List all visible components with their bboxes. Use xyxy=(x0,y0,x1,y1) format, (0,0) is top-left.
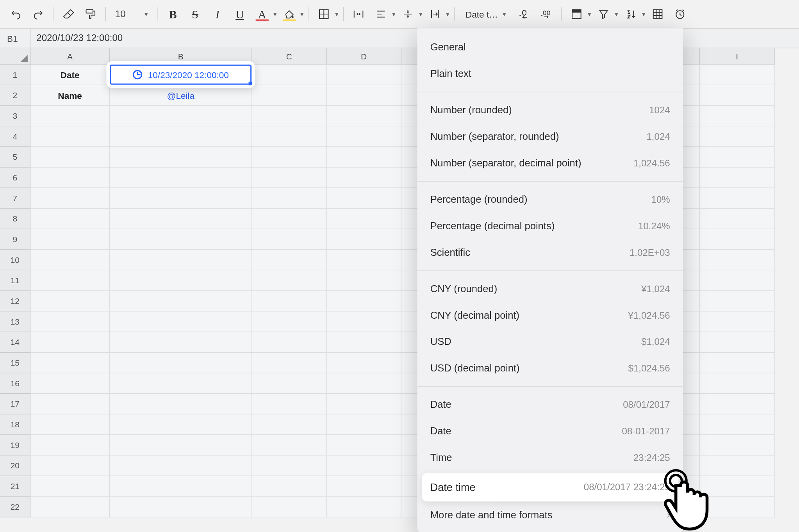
cell[interactable] xyxy=(327,106,401,127)
cell[interactable] xyxy=(110,229,252,250)
row-header[interactable]: 14 xyxy=(0,332,30,353)
cell[interactable] xyxy=(110,270,252,291)
cell[interactable] xyxy=(700,476,774,497)
cell[interactable] xyxy=(327,188,401,209)
cell[interactable] xyxy=(700,209,774,229)
row-header[interactable]: 22 xyxy=(0,497,30,518)
redo-button[interactable] xyxy=(28,4,48,24)
select-all-corner[interactable] xyxy=(0,48,30,64)
row-header[interactable]: 19 xyxy=(0,435,30,456)
cell-A2[interactable]: Name xyxy=(30,85,110,106)
cell[interactable] xyxy=(110,435,252,456)
cell[interactable] xyxy=(110,373,252,394)
menu-item[interactable]: Date08-01-2017 xyxy=(417,418,683,445)
sort-button[interactable]: ▾ xyxy=(621,4,645,24)
cell[interactable] xyxy=(30,127,110,147)
row-header[interactable]: 18 xyxy=(0,414,30,435)
cell-A1[interactable]: Date xyxy=(30,65,110,86)
row-header[interactable]: 9 xyxy=(0,229,30,250)
text-wrap-button[interactable]: ▾ xyxy=(425,4,449,24)
cell[interactable] xyxy=(327,353,401,373)
cell[interactable] xyxy=(30,168,110,188)
cell[interactable] xyxy=(252,229,327,250)
reminder-button[interactable] xyxy=(670,4,690,24)
cell[interactable] xyxy=(110,147,252,168)
v-align-button[interactable]: ▾ xyxy=(398,4,423,24)
formula-input[interactable]: 2020/10/23 12:00:00 xyxy=(30,33,799,43)
cell[interactable] xyxy=(110,188,252,209)
cell[interactable] xyxy=(30,147,110,168)
row-header[interactable]: 10 xyxy=(0,250,30,271)
cell[interactable] xyxy=(252,209,327,229)
cell[interactable] xyxy=(327,414,401,435)
cell[interactable] xyxy=(327,312,401,332)
cell[interactable] xyxy=(30,435,110,456)
menu-item-more-formats[interactable]: More date and time formats› xyxy=(417,504,683,527)
cell[interactable] xyxy=(252,127,327,147)
cell[interactable] xyxy=(110,476,252,497)
italic-button[interactable]: I xyxy=(207,4,227,24)
cell[interactable] xyxy=(700,106,774,127)
cell[interactable] xyxy=(700,229,774,250)
cell[interactable] xyxy=(252,414,327,435)
menu-item[interactable]: Number (rounded)1024 xyxy=(417,97,683,123)
borders-button[interactable]: ▾ xyxy=(314,4,339,24)
menu-item[interactable]: Time23:24:25 xyxy=(417,445,683,471)
cell[interactable] xyxy=(30,270,110,291)
cell-B1[interactable]: 10/23/2020 12:00:00 xyxy=(110,65,252,86)
row-header[interactable]: 6 xyxy=(0,168,30,188)
cell[interactable] xyxy=(327,332,401,353)
cell[interactable] xyxy=(327,168,401,188)
column-header[interactable]: C xyxy=(252,48,327,64)
cell[interactable] xyxy=(30,332,110,353)
cell[interactable] xyxy=(30,353,110,373)
menu-item[interactable]: USD$1,024 xyxy=(417,328,683,355)
menu-item[interactable]: Number (separator, decimal point)1,024.5… xyxy=(417,150,683,177)
cell[interactable] xyxy=(110,312,252,332)
cell[interactable] xyxy=(30,497,110,518)
cell[interactable] xyxy=(252,188,327,209)
menu-item[interactable]: Scientific1.02E+03 xyxy=(417,239,683,266)
cell[interactable] xyxy=(110,106,252,127)
row-header[interactable]: 7 xyxy=(0,188,30,209)
column-header[interactable]: A xyxy=(30,48,110,64)
cell[interactable] xyxy=(252,332,327,353)
cell[interactable] xyxy=(252,455,327,476)
cell[interactable] xyxy=(327,229,401,250)
cell[interactable] xyxy=(700,127,774,147)
cell[interactable] xyxy=(30,229,110,250)
merge-cells-button[interactable] xyxy=(348,4,368,24)
cell[interactable] xyxy=(252,85,327,106)
cell[interactable] xyxy=(30,414,110,435)
cell[interactable] xyxy=(327,209,401,229)
cell[interactable] xyxy=(700,85,774,106)
row-header[interactable]: 20 xyxy=(0,455,30,476)
cell[interactable] xyxy=(327,127,401,147)
cell[interactable] xyxy=(252,497,327,518)
cell[interactable] xyxy=(30,476,110,497)
row-header[interactable]: 16 xyxy=(0,373,30,394)
row-header[interactable]: 5 xyxy=(0,147,30,168)
cell[interactable] xyxy=(252,373,327,394)
cell[interactable] xyxy=(327,85,401,106)
cell[interactable] xyxy=(327,394,401,414)
row-header[interactable]: 17 xyxy=(0,394,30,414)
menu-item[interactable]: USD (decimal point)$1,024.56 xyxy=(417,355,683,382)
row-header[interactable]: 2 xyxy=(0,85,30,106)
menu-item[interactable]: Number (separator, rounded)1,024 xyxy=(417,123,683,150)
row-header[interactable]: 1 xyxy=(0,65,30,86)
format-painter-button[interactable] xyxy=(80,4,100,24)
filter-button[interactable]: ▾ xyxy=(594,4,618,24)
fill-color-button[interactable]: ▾ xyxy=(279,4,304,24)
cell[interactable] xyxy=(30,291,110,312)
cell[interactable] xyxy=(327,270,401,291)
clear-format-button[interactable] xyxy=(58,4,78,24)
cell[interactable] xyxy=(327,250,401,271)
cell[interactable] xyxy=(30,373,110,394)
menu-item[interactable]: Percentage (decimal points)10.24% xyxy=(417,213,683,239)
cell[interactable] xyxy=(252,106,327,127)
font-color-button[interactable]: A ▾ xyxy=(252,4,277,24)
cell[interactable] xyxy=(700,65,774,86)
cell[interactable] xyxy=(252,168,327,188)
menu-item[interactable]: Date time08/01/2017 23:24:25 xyxy=(422,473,678,502)
